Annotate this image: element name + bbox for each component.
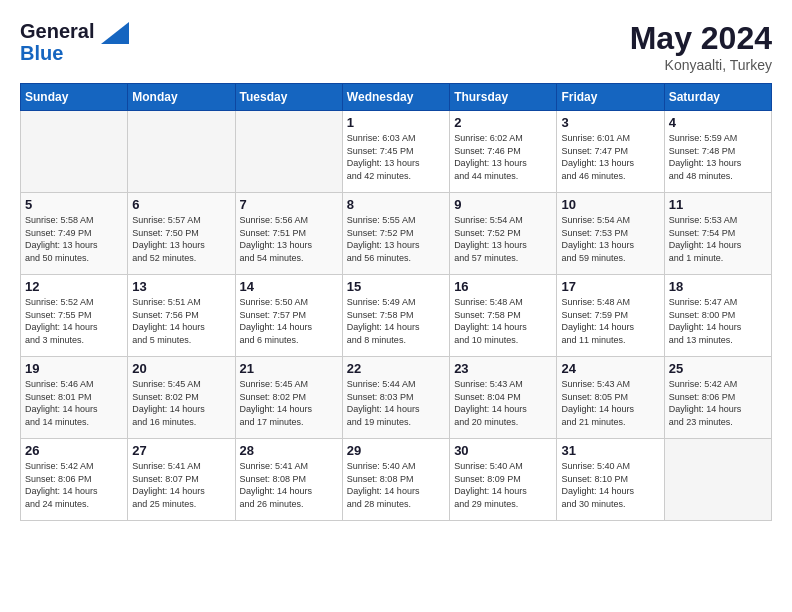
day-number: 21 [240, 361, 338, 376]
header-tuesday: Tuesday [235, 84, 342, 111]
day-number: 26 [25, 443, 123, 458]
calendar-cell: 10Sunrise: 5:54 AMSunset: 7:53 PMDayligh… [557, 193, 664, 275]
day-info: Sunrise: 5:41 AMSunset: 8:07 PMDaylight:… [132, 460, 230, 510]
page: General Blue May 2024 Konyaalti, Turkey … [0, 0, 792, 531]
day-number: 23 [454, 361, 552, 376]
calendar-week-1: 1Sunrise: 6:03 AMSunset: 7:45 PMDaylight… [21, 111, 772, 193]
day-number: 14 [240, 279, 338, 294]
day-info: Sunrise: 5:51 AMSunset: 7:56 PMDaylight:… [132, 296, 230, 346]
location-subtitle: Konyaalti, Turkey [630, 57, 772, 73]
day-number: 13 [132, 279, 230, 294]
calendar-cell: 28Sunrise: 5:41 AMSunset: 8:08 PMDayligh… [235, 439, 342, 521]
day-number: 9 [454, 197, 552, 212]
header-monday: Monday [128, 84, 235, 111]
day-info: Sunrise: 5:41 AMSunset: 8:08 PMDaylight:… [240, 460, 338, 510]
day-number: 10 [561, 197, 659, 212]
day-info: Sunrise: 5:49 AMSunset: 7:58 PMDaylight:… [347, 296, 445, 346]
day-info: Sunrise: 5:47 AMSunset: 8:00 PMDaylight:… [669, 296, 767, 346]
day-info: Sunrise: 5:45 AMSunset: 8:02 PMDaylight:… [240, 378, 338, 428]
day-info: Sunrise: 5:46 AMSunset: 8:01 PMDaylight:… [25, 378, 123, 428]
day-info: Sunrise: 5:50 AMSunset: 7:57 PMDaylight:… [240, 296, 338, 346]
calendar-cell: 16Sunrise: 5:48 AMSunset: 7:58 PMDayligh… [450, 275, 557, 357]
day-number: 17 [561, 279, 659, 294]
calendar-cell [664, 439, 771, 521]
calendar-cell: 8Sunrise: 5:55 AMSunset: 7:52 PMDaylight… [342, 193, 449, 275]
calendar-cell: 13Sunrise: 5:51 AMSunset: 7:56 PMDayligh… [128, 275, 235, 357]
calendar-cell: 9Sunrise: 5:54 AMSunset: 7:52 PMDaylight… [450, 193, 557, 275]
day-number: 8 [347, 197, 445, 212]
day-number: 1 [347, 115, 445, 130]
day-number: 11 [669, 197, 767, 212]
day-number: 7 [240, 197, 338, 212]
day-info: Sunrise: 5:59 AMSunset: 7:48 PMDaylight:… [669, 132, 767, 182]
calendar-week-5: 26Sunrise: 5:42 AMSunset: 8:06 PMDayligh… [21, 439, 772, 521]
day-info: Sunrise: 5:48 AMSunset: 7:59 PMDaylight:… [561, 296, 659, 346]
logo-icon [101, 22, 129, 44]
calendar-week-3: 12Sunrise: 5:52 AMSunset: 7:55 PMDayligh… [21, 275, 772, 357]
day-info: Sunrise: 5:42 AMSunset: 8:06 PMDaylight:… [669, 378, 767, 428]
day-number: 19 [25, 361, 123, 376]
calendar-cell: 1Sunrise: 6:03 AMSunset: 7:45 PMDaylight… [342, 111, 449, 193]
day-number: 6 [132, 197, 230, 212]
calendar-cell: 30Sunrise: 5:40 AMSunset: 8:09 PMDayligh… [450, 439, 557, 521]
day-info: Sunrise: 5:53 AMSunset: 7:54 PMDaylight:… [669, 214, 767, 264]
calendar-cell: 3Sunrise: 6:01 AMSunset: 7:47 PMDaylight… [557, 111, 664, 193]
calendar-cell: 15Sunrise: 5:49 AMSunset: 7:58 PMDayligh… [342, 275, 449, 357]
calendar-cell: 29Sunrise: 5:40 AMSunset: 8:08 PMDayligh… [342, 439, 449, 521]
day-info: Sunrise: 6:01 AMSunset: 7:47 PMDaylight:… [561, 132, 659, 182]
day-number: 28 [240, 443, 338, 458]
calendar-cell: 20Sunrise: 5:45 AMSunset: 8:02 PMDayligh… [128, 357, 235, 439]
calendar-cell: 26Sunrise: 5:42 AMSunset: 8:06 PMDayligh… [21, 439, 128, 521]
calendar-cell: 11Sunrise: 5:53 AMSunset: 7:54 PMDayligh… [664, 193, 771, 275]
day-number: 5 [25, 197, 123, 212]
calendar-cell [235, 111, 342, 193]
day-info: Sunrise: 5:58 AMSunset: 7:49 PMDaylight:… [25, 214, 123, 264]
header-friday: Friday [557, 84, 664, 111]
day-number: 20 [132, 361, 230, 376]
day-number: 25 [669, 361, 767, 376]
calendar-cell: 6Sunrise: 5:57 AMSunset: 7:50 PMDaylight… [128, 193, 235, 275]
logo-blue: Blue [20, 42, 129, 65]
day-number: 31 [561, 443, 659, 458]
month-title: May 2024 [630, 20, 772, 57]
day-info: Sunrise: 5:43 AMSunset: 8:04 PMDaylight:… [454, 378, 552, 428]
day-number: 4 [669, 115, 767, 130]
calendar-cell: 27Sunrise: 5:41 AMSunset: 8:07 PMDayligh… [128, 439, 235, 521]
logo-text: General [20, 20, 129, 44]
calendar-cell: 31Sunrise: 5:40 AMSunset: 8:10 PMDayligh… [557, 439, 664, 521]
day-number: 3 [561, 115, 659, 130]
day-info: Sunrise: 5:54 AMSunset: 7:53 PMDaylight:… [561, 214, 659, 264]
day-info: Sunrise: 5:40 AMSunset: 8:09 PMDaylight:… [454, 460, 552, 510]
calendar-cell: 4Sunrise: 5:59 AMSunset: 7:48 PMDaylight… [664, 111, 771, 193]
day-number: 2 [454, 115, 552, 130]
day-number: 12 [25, 279, 123, 294]
header-sunday: Sunday [21, 84, 128, 111]
day-number: 22 [347, 361, 445, 376]
calendar-cell: 2Sunrise: 6:02 AMSunset: 7:46 PMDaylight… [450, 111, 557, 193]
calendar-cell: 12Sunrise: 5:52 AMSunset: 7:55 PMDayligh… [21, 275, 128, 357]
header-row: Sunday Monday Tuesday Wednesday Thursday… [21, 84, 772, 111]
day-number: 18 [669, 279, 767, 294]
day-info: Sunrise: 6:02 AMSunset: 7:46 PMDaylight:… [454, 132, 552, 182]
day-number: 30 [454, 443, 552, 458]
day-info: Sunrise: 5:56 AMSunset: 7:51 PMDaylight:… [240, 214, 338, 264]
day-info: Sunrise: 6:03 AMSunset: 7:45 PMDaylight:… [347, 132, 445, 182]
logo: General Blue [20, 20, 129, 65]
calendar-cell [128, 111, 235, 193]
day-info: Sunrise: 5:54 AMSunset: 7:52 PMDaylight:… [454, 214, 552, 264]
day-number: 29 [347, 443, 445, 458]
svg-marker-0 [101, 22, 129, 44]
day-info: Sunrise: 5:43 AMSunset: 8:05 PMDaylight:… [561, 378, 659, 428]
calendar-cell: 23Sunrise: 5:43 AMSunset: 8:04 PMDayligh… [450, 357, 557, 439]
day-info: Sunrise: 5:45 AMSunset: 8:02 PMDaylight:… [132, 378, 230, 428]
day-number: 24 [561, 361, 659, 376]
day-info: Sunrise: 5:48 AMSunset: 7:58 PMDaylight:… [454, 296, 552, 346]
calendar-cell: 17Sunrise: 5:48 AMSunset: 7:59 PMDayligh… [557, 275, 664, 357]
calendar-cell: 22Sunrise: 5:44 AMSunset: 8:03 PMDayligh… [342, 357, 449, 439]
calendar-table: Sunday Monday Tuesday Wednesday Thursday… [20, 83, 772, 521]
day-info: Sunrise: 5:42 AMSunset: 8:06 PMDaylight:… [25, 460, 123, 510]
calendar-week-2: 5Sunrise: 5:58 AMSunset: 7:49 PMDaylight… [21, 193, 772, 275]
day-info: Sunrise: 5:40 AMSunset: 8:08 PMDaylight:… [347, 460, 445, 510]
calendar-cell: 25Sunrise: 5:42 AMSunset: 8:06 PMDayligh… [664, 357, 771, 439]
day-number: 15 [347, 279, 445, 294]
